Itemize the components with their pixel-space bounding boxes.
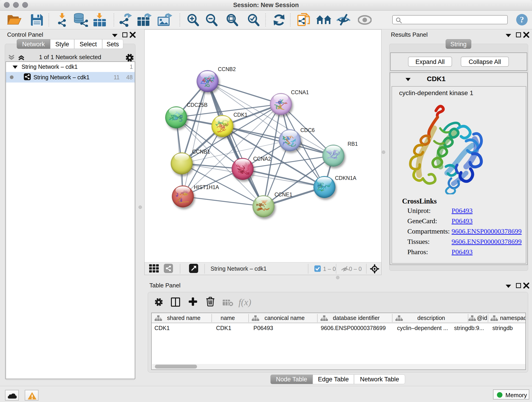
svg-text:?: ?: [520, 15, 524, 24]
